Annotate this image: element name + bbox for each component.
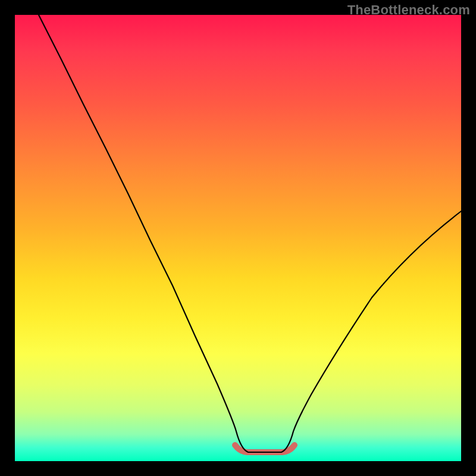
bottleneck-curve [39,15,461,452]
watermark-text: TheBottleneck.com [347,2,470,18]
chart-frame: TheBottleneck.com [0,0,476,476]
curve-layer [15,15,461,461]
plot-area [15,15,461,461]
